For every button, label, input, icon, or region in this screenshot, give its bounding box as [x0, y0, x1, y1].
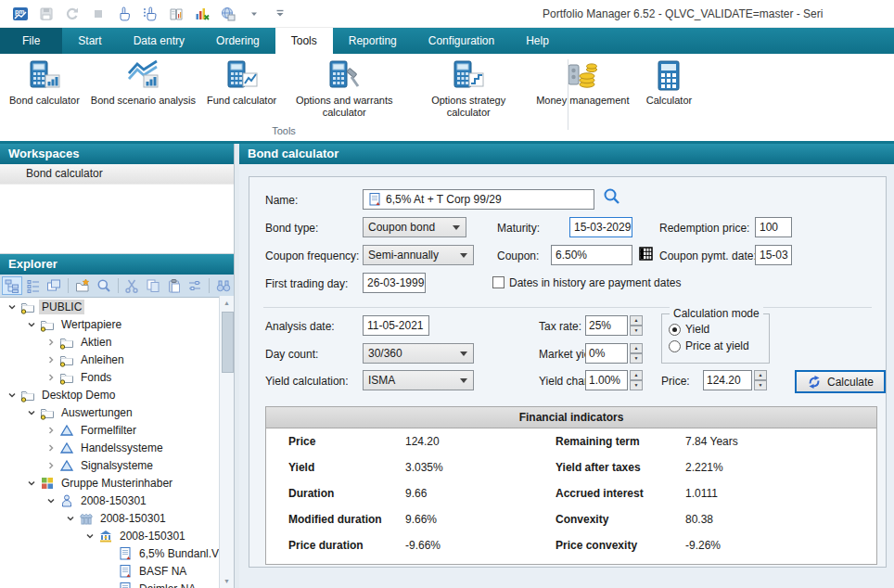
- pointer-grid-icon[interactable]: [137, 3, 163, 25]
- redemption-price-field[interactable]: 100: [755, 217, 792, 237]
- cut-icon[interactable]: [121, 276, 142, 295]
- spin-down-icon[interactable]: ▼: [630, 380, 643, 390]
- tree-item-6-5-bundanl-v[interactable]: 6,5% Bundanl.V: [0, 544, 219, 562]
- scroll-thumb[interactable]: [222, 312, 234, 373]
- tree-item-public[interactable]: PUBLIC: [0, 298, 219, 315]
- cascade-icon[interactable]: [44, 276, 64, 295]
- spin-up-icon[interactable]: ▲: [630, 370, 643, 380]
- export-chart-icon[interactable]: [189, 3, 215, 25]
- radio-unselected-icon[interactable]: [669, 340, 681, 352]
- bond-type-select[interactable]: Coupon bond: [363, 217, 466, 237]
- radio-yield[interactable]: Yield: [669, 323, 709, 336]
- coupon-schedule-table-icon[interactable]: [639, 247, 653, 263]
- tree-item-basf-na[interactable]: BASF NA: [0, 562, 219, 580]
- tree-item-daimler-na[interactable]: Daimler NA: [0, 580, 219, 588]
- day-count-select[interactable]: 30/360: [363, 343, 474, 364]
- customize-icon[interactable]: [267, 3, 293, 25]
- pointer-icon[interactable]: [111, 3, 137, 25]
- history-payment-dates-checkbox[interactable]: [492, 276, 504, 288]
- search-icon[interactable]: [603, 187, 619, 207]
- radio-selected-icon[interactable]: [669, 324, 681, 336]
- tab-reporting[interactable]: Reporting: [333, 28, 413, 54]
- tree-item-wertpapiere[interactable]: Wertpapiere: [0, 315, 219, 333]
- spin-up-icon[interactable]: ▲: [630, 343, 643, 353]
- web-icon[interactable]: [215, 3, 241, 25]
- tree-item-signalsysteme[interactable]: Signalsysteme: [0, 456, 219, 474]
- calculate-button[interactable]: Calculate: [795, 370, 886, 393]
- tree-item-handelssysteme[interactable]: Handelssysteme: [0, 439, 219, 456]
- coupon-pymt-date-field[interactable]: 15-03: [755, 245, 792, 265]
- ribbon-button-options-strategy-calculator[interactable]: Options strategy calculator: [406, 57, 530, 120]
- tree-scrollbar[interactable]: ▲ ▼: [219, 296, 234, 588]
- search-icon[interactable]: [94, 276, 114, 295]
- twisty-collapsed-icon[interactable]: [45, 461, 57, 470]
- coupon-field[interactable]: 6.50%: [551, 245, 632, 265]
- twisty-expanded-icon[interactable]: [83, 531, 96, 541]
- twisty-collapsed-icon[interactable]: [45, 338, 57, 347]
- scroll-down-icon[interactable]: ▼: [220, 574, 234, 588]
- spin-down-icon[interactable]: ▼: [630, 326, 643, 336]
- twisty-expanded-icon[interactable]: [6, 390, 19, 400]
- yield-calculation-select[interactable]: ISMA: [363, 370, 474, 390]
- scroll-up-icon[interactable]: ▲: [220, 296, 234, 310]
- tab-start[interactable]: Start: [62, 28, 117, 54]
- twisty-expanded-icon[interactable]: [25, 479, 38, 488]
- tab-file[interactable]: File: [0, 28, 62, 54]
- twisty-expanded-icon[interactable]: [25, 320, 38, 329]
- paste-icon[interactable]: [164, 276, 185, 295]
- tree-item-formelfilter[interactable]: Formelfilter: [0, 421, 219, 439]
- ribbon-button-fund-calculator[interactable]: Fund calculator: [201, 57, 282, 108]
- ribbon-button-calculator[interactable]: Calculator: [634, 57, 703, 108]
- redo-icon[interactable]: [59, 3, 85, 25]
- filter-icon[interactable]: [185, 276, 206, 295]
- workspace-item-bond-calculator[interactable]: Bond calculator: [0, 164, 234, 185]
- report-icon[interactable]: [163, 3, 189, 25]
- tree-item-anleihen[interactable]: Anleihen: [0, 351, 219, 368]
- spin-up-icon[interactable]: ▲: [754, 370, 767, 380]
- twisty-expanded-icon[interactable]: [45, 496, 57, 505]
- tab-tools[interactable]: Tools: [275, 28, 333, 54]
- tab-help[interactable]: Help: [510, 28, 565, 54]
- twisty-expanded-icon[interactable]: [25, 408, 38, 417]
- analysis-date-field[interactable]: 11-05-2021: [363, 315, 429, 336]
- tree-item-2008-150301[interactable]: 2008-150301: [0, 492, 219, 509]
- find-icon[interactable]: [213, 276, 234, 295]
- tree-item-aktien[interactable]: Aktien: [0, 333, 219, 351]
- tab-data-entry[interactable]: Data entry: [118, 28, 200, 54]
- ribbon-button-bond-calculator[interactable]: Bond calculator: [4, 57, 85, 108]
- stop-icon[interactable]: [85, 3, 111, 25]
- tree-item-desktop-demo[interactable]: Desktop Demo: [0, 386, 219, 403]
- tree-item-gruppe-musterinhaber[interactable]: Gruppe Musterinhaber: [0, 474, 219, 492]
- maturity-field[interactable]: 15-03-2029: [569, 217, 632, 237]
- coupon-frequency-select[interactable]: Semi-annually: [363, 245, 474, 265]
- ribbon-button-bond-scenario-analysis[interactable]: Bond scenario analysis: [85, 57, 201, 108]
- twisty-expanded-icon[interactable]: [6, 302, 19, 312]
- tree-item-auswertungen[interactable]: Auswertungen: [0, 403, 219, 421]
- list-view-icon[interactable]: [23, 276, 44, 295]
- new-folder-icon[interactable]: [72, 276, 93, 295]
- twisty-collapsed-icon[interactable]: [45, 373, 57, 382]
- twisty-collapsed-icon[interactable]: [45, 355, 57, 364]
- tab-ordering[interactable]: Ordering: [200, 28, 275, 54]
- yield-change-spinner[interactable]: 1.00% ▲▼: [585, 370, 643, 390]
- ribbon-button-options-and-warrants-calculator[interactable]: Options and warrants calculator: [282, 57, 406, 120]
- twisty-expanded-icon[interactable]: [64, 514, 77, 523]
- pm-logo-icon[interactable]: pm: [7, 3, 33, 25]
- ribbon-button-money-management[interactable]: Money management: [530, 57, 634, 108]
- first-trading-day-field[interactable]: 26-03-1999: [363, 273, 426, 293]
- tree-view-icon[interactable]: [2, 276, 22, 295]
- price-spinner[interactable]: 124.20 ▲▼: [703, 370, 767, 390]
- spin-up-icon[interactable]: ▲: [630, 315, 643, 326]
- tree-item-2008-150301[interactable]: 2008-150301: [0, 527, 219, 544]
- save-icon[interactable]: [33, 3, 59, 25]
- dropdown-icon[interactable]: [241, 3, 267, 25]
- tax-rate-spinner[interactable]: 25% ▲▼: [585, 315, 643, 336]
- tree-item-fonds[interactable]: Fonds: [0, 368, 219, 386]
- name-field[interactable]: 6,5% At + T Corp 99/29: [363, 189, 594, 210]
- tree-item-2008-150301[interactable]: 2008-150301: [0, 509, 219, 527]
- spin-down-icon[interactable]: ▼: [754, 380, 767, 390]
- tab-configuration[interactable]: Configuration: [413, 28, 510, 54]
- copy-icon[interactable]: [143, 276, 163, 295]
- twisty-collapsed-icon[interactable]: [45, 426, 57, 435]
- radio-price-at-yield[interactable]: Price at yield: [669, 339, 749, 352]
